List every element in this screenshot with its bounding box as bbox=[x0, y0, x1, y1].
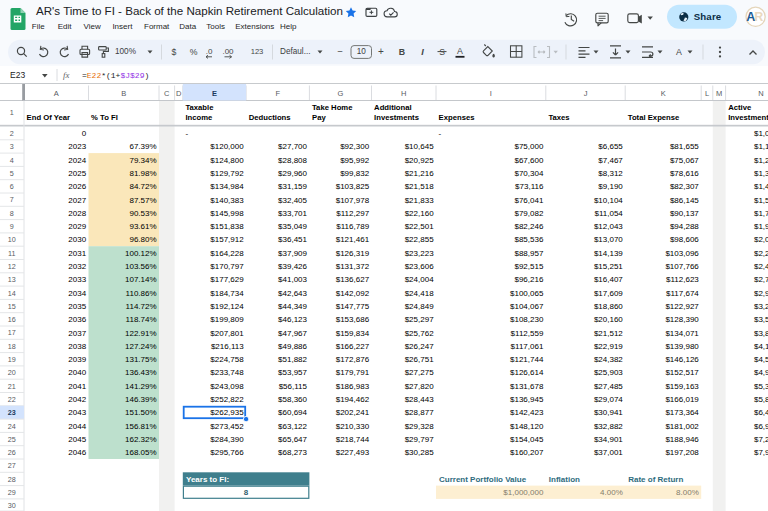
svg-text:$142,092: $142,092 bbox=[336, 289, 370, 298]
svg-text:2044: 2044 bbox=[68, 422, 86, 431]
svg-text:$90,137: $90,137 bbox=[670, 209, 699, 218]
svg-text:L: L bbox=[705, 89, 709, 98]
svg-text:-: - bbox=[439, 129, 442, 138]
svg-text:26: 26 bbox=[8, 448, 16, 457]
svg-text:Extensions: Extensions bbox=[235, 22, 274, 31]
svg-text:$20,925: $20,925 bbox=[405, 156, 434, 165]
svg-text:$26,751: $26,751 bbox=[405, 355, 434, 364]
svg-text:$151,838: $151,838 bbox=[210, 222, 244, 231]
svg-text:2028: 2028 bbox=[68, 209, 86, 218]
svg-text:fx: fx bbox=[63, 70, 69, 80]
svg-text:$131,678: $131,678 bbox=[510, 382, 544, 391]
svg-text:$172,876: $172,876 bbox=[336, 355, 370, 364]
svg-text:$116,789: $116,789 bbox=[336, 222, 369, 231]
svg-text:$152,517: $152,517 bbox=[665, 368, 699, 377]
svg-text:$92,300: $92,300 bbox=[340, 142, 369, 151]
svg-text:2034: 2034 bbox=[68, 289, 86, 298]
svg-text:2040: 2040 bbox=[68, 368, 86, 377]
svg-text:$28,443: $28,443 bbox=[405, 395, 434, 404]
svg-text:Additional: Additional bbox=[374, 103, 412, 112]
svg-text:Inflation: Inflation bbox=[549, 475, 580, 484]
svg-text:$3,823,041: $3,823,041 bbox=[754, 329, 768, 338]
svg-text:$99,832: $99,832 bbox=[340, 169, 369, 178]
svg-text:2036: 2036 bbox=[68, 315, 86, 324]
svg-text:$98,606: $98,606 bbox=[670, 235, 699, 244]
svg-text:$120,000: $120,000 bbox=[210, 142, 244, 151]
svg-text:% To FI: % To FI bbox=[91, 113, 118, 122]
svg-text:$1,100,645: $1,100,645 bbox=[754, 142, 768, 151]
svg-text:$134,071: $134,071 bbox=[665, 329, 699, 338]
svg-text:E: E bbox=[212, 89, 217, 98]
svg-text:-: - bbox=[185, 129, 188, 138]
svg-text:$27,820: $27,820 bbox=[405, 382, 434, 391]
svg-text:$273,452: $273,452 bbox=[210, 422, 244, 431]
svg-text:$24,004: $24,004 bbox=[405, 275, 434, 284]
svg-text:$41,003: $41,003 bbox=[278, 275, 307, 284]
svg-text:$1,000,000: $1,000,000 bbox=[754, 129, 768, 138]
svg-text:H: H bbox=[401, 89, 406, 98]
svg-text:14: 14 bbox=[8, 289, 16, 298]
svg-text:Take Home: Take Home bbox=[312, 103, 353, 112]
svg-text:$29,797: $29,797 bbox=[405, 435, 434, 444]
svg-text:$37,909: $37,909 bbox=[278, 249, 307, 258]
svg-text:$134,984: $134,984 bbox=[210, 182, 244, 191]
svg-text:$216,113: $216,113 bbox=[211, 342, 244, 351]
svg-text:2042: 2042 bbox=[68, 395, 86, 404]
svg-text:G: G bbox=[337, 89, 343, 98]
svg-text:$51,882: $51,882 bbox=[278, 355, 307, 364]
svg-text:$44,349: $44,349 bbox=[278, 302, 307, 311]
svg-text:$202,241: $202,241 bbox=[336, 408, 370, 417]
svg-text:$68,273: $68,273 bbox=[278, 448, 307, 457]
svg-text:$1,743,563: $1,743,563 bbox=[754, 209, 768, 218]
svg-text:5: 5 bbox=[10, 169, 14, 178]
svg-text:$117,061: $117,061 bbox=[511, 342, 544, 351]
svg-text:$28,877: $28,877 bbox=[405, 408, 434, 417]
svg-text:$29,328: $29,328 bbox=[405, 422, 434, 431]
svg-text:$9,190: $9,190 bbox=[598, 182, 623, 191]
svg-text:2037: 2037 bbox=[68, 329, 86, 338]
svg-text:168.05%: 168.05% bbox=[125, 448, 157, 457]
svg-text:$184,734: $184,734 bbox=[210, 289, 244, 298]
svg-text:$46,123: $46,123 bbox=[278, 315, 307, 324]
svg-text:2032: 2032 bbox=[68, 262, 86, 271]
svg-text:$126,319: $126,319 bbox=[336, 249, 370, 258]
svg-text:$86,145: $86,145 bbox=[670, 196, 699, 205]
svg-text:$207,801: $207,801 bbox=[210, 329, 244, 338]
svg-text:$148,120: $148,120 bbox=[510, 422, 544, 431]
svg-text:$23,606: $23,606 bbox=[405, 262, 434, 271]
svg-text:$227,493: $227,493 bbox=[336, 448, 370, 457]
svg-text:$177,629: $177,629 bbox=[210, 275, 244, 284]
svg-text:2031: 2031 bbox=[68, 249, 86, 258]
svg-text:Data: Data bbox=[179, 22, 196, 31]
svg-text:131.75%: 131.75% bbox=[125, 355, 157, 364]
svg-text:$6,407,722: $6,407,722 bbox=[754, 408, 768, 417]
svg-text:$252,822: $252,822 bbox=[210, 395, 244, 404]
svg-text:2027: 2027 bbox=[68, 196, 86, 205]
svg-text:21: 21 bbox=[8, 382, 16, 391]
svg-text:$136,945: $136,945 bbox=[510, 395, 544, 404]
svg-text:2046: 2046 bbox=[68, 448, 86, 457]
svg-text:Expenses: Expenses bbox=[439, 113, 475, 122]
svg-text:M: M bbox=[716, 89, 722, 98]
svg-text:$159,834: $159,834 bbox=[336, 329, 370, 338]
svg-text:$24,849: $24,849 bbox=[405, 302, 434, 311]
svg-text:$160,207: $160,207 bbox=[510, 448, 544, 457]
svg-text:R: R bbox=[754, 10, 763, 24]
svg-text:1: 1 bbox=[10, 108, 14, 117]
svg-text:$159,163: $159,163 bbox=[665, 382, 699, 391]
svg-text:$18,860: $18,860 bbox=[594, 302, 623, 311]
svg-text:11: 11 bbox=[8, 249, 15, 258]
svg-text:23: 23 bbox=[8, 408, 16, 417]
svg-text:$197,208: $197,208 bbox=[665, 448, 699, 457]
svg-text:$63,122: $63,122 bbox=[278, 422, 307, 431]
svg-text:$39,426: $39,426 bbox=[278, 262, 307, 271]
svg-text:$96,216: $96,216 bbox=[514, 275, 543, 284]
svg-text:162.32%: 162.32% bbox=[125, 435, 157, 444]
svg-text:$7,901,139: $7,901,139 bbox=[754, 448, 768, 457]
svg-text:81.98%: 81.98% bbox=[129, 169, 156, 178]
svg-text:$136,627: $136,627 bbox=[336, 275, 370, 284]
svg-text:$4,166,662: $4,166,662 bbox=[754, 342, 768, 351]
svg-text:$37,001: $37,001 bbox=[594, 448, 623, 457]
svg-text:Taxable: Taxable bbox=[185, 103, 214, 112]
svg-text:$21,512: $21,512 bbox=[594, 329, 623, 338]
